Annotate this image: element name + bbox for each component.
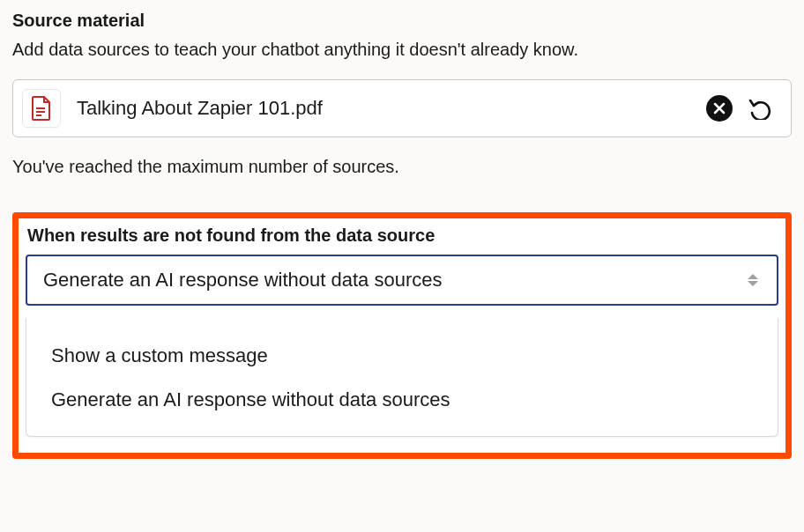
source-material-description: Add data sources to teach your chatbot a…	[12, 40, 792, 60]
svg-rect-0	[36, 107, 45, 109]
fallback-highlight-box: When results are not found from the data…	[12, 212, 792, 459]
max-sources-message: You've reached the maximum number of sou…	[12, 157, 792, 177]
fallback-select[interactable]: Generate an AI response without data sou…	[26, 255, 778, 306]
select-caret-icon	[745, 270, 761, 290]
undo-icon	[748, 97, 775, 120]
pdf-file-icon	[22, 89, 61, 128]
close-circle-icon	[706, 95, 733, 122]
source-material-title: Source material	[12, 11, 792, 31]
fallback-option-ai-response[interactable]: Generate an AI response without data sou…	[26, 378, 778, 422]
source-file-row: Talking About Zapier 101.pdf	[12, 79, 792, 137]
fallback-field-label: When results are not found from the data…	[27, 225, 778, 246]
svg-rect-2	[36, 115, 41, 116]
undo-button[interactable]	[747, 93, 777, 123]
svg-rect-1	[36, 111, 45, 113]
remove-source-button[interactable]	[704, 93, 734, 123]
source-file-name: Talking About Zapier 101.pdf	[77, 97, 692, 120]
fallback-option-custom-message[interactable]: Show a custom message	[26, 334, 778, 378]
fallback-dropdown: Show a custom message Generate an AI res…	[26, 318, 778, 437]
fallback-select-value: Generate an AI response without data sou…	[43, 269, 443, 292]
